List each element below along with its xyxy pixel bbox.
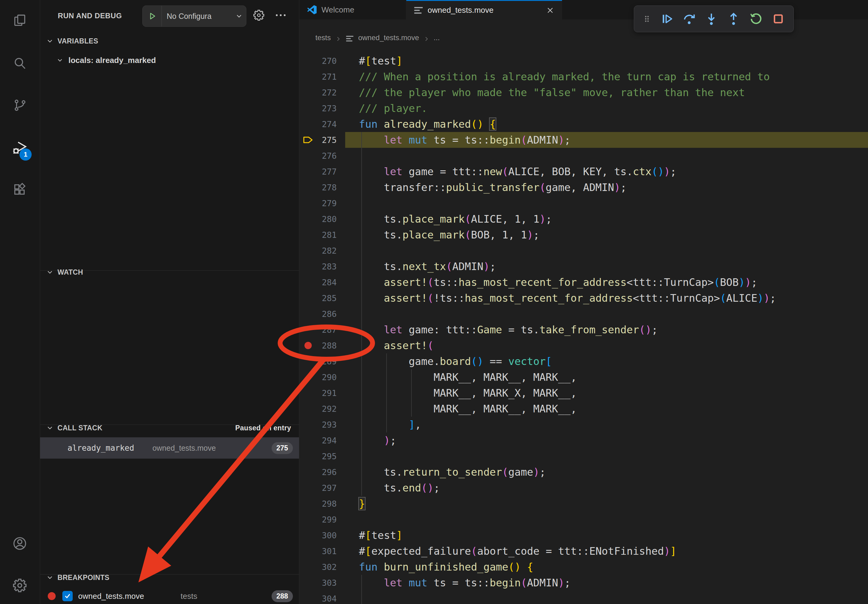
line-number[interactable]: 292	[317, 404, 337, 414]
gutter[interactable]	[299, 575, 317, 591]
gutter[interactable]	[299, 227, 317, 243]
breakpoint-dot-icon[interactable]	[299, 338, 317, 353]
variables-scope-locals[interactable]: locals: already_marked	[40, 52, 299, 68]
line-number[interactable]: 276	[317, 151, 337, 161]
debug-current-line-icon[interactable]	[299, 132, 317, 148]
gutter[interactable]	[299, 259, 317, 274]
gutter[interactable]	[299, 116, 317, 132]
gutter[interactable]	[299, 543, 317, 559]
debug-config-dropdown[interactable]: No Configura	[142, 5, 246, 27]
gutter[interactable]	[299, 290, 317, 306]
gutter[interactable]	[299, 480, 317, 496]
settings-gear-icon[interactable]	[0, 578, 40, 593]
section-breakpoints[interactable]: BREAKPOINTS	[40, 570, 299, 585]
gutter[interactable]	[299, 511, 317, 527]
gutter[interactable]	[299, 448, 317, 464]
gutter[interactable]	[299, 496, 317, 511]
line-number[interactable]: 284	[317, 278, 337, 287]
tab-welcome[interactable]: Welcome	[299, 0, 406, 19]
line-number[interactable]: 297	[317, 483, 337, 493]
debug-settings-gear-icon[interactable]	[253, 9, 265, 21]
restart-icon[interactable]	[749, 12, 763, 26]
line-number[interactable]: 291	[317, 389, 337, 398]
line-number[interactable]: 288	[317, 341, 337, 350]
gutter[interactable]	[299, 417, 317, 432]
step-into-icon[interactable]	[704, 12, 718, 26]
close-icon[interactable]	[546, 6, 554, 14]
line-number[interactable]: 286	[317, 309, 337, 319]
line-number[interactable]: 283	[317, 262, 337, 271]
breakpoint-list-item[interactable]: owned_tests.move tests 288	[40, 588, 299, 604]
line-number[interactable]: 277	[317, 167, 337, 177]
gutter[interactable]	[299, 195, 317, 211]
line-number[interactable]: 282	[317, 246, 337, 256]
line-number[interactable]: 295	[317, 452, 337, 461]
section-watch[interactable]: WATCH	[40, 265, 299, 279]
gutter[interactable]	[299, 69, 317, 85]
gutter[interactable]	[299, 353, 317, 369]
gutter[interactable]	[299, 148, 317, 164]
gutter[interactable]	[299, 432, 317, 448]
gutter[interactable]	[299, 369, 317, 385]
line-number[interactable]: 304	[317, 594, 337, 603]
line-number[interactable]: 287	[317, 325, 337, 335]
extensions-icon[interactable]	[0, 183, 40, 197]
section-call-stack[interactable]: CALL STACK Paused on entry	[40, 421, 299, 435]
section-variables[interactable]: VARIABLES	[40, 34, 299, 48]
line-number[interactable]: 293	[317, 420, 337, 429]
run-and-debug-icon[interactable]: 1	[0, 140, 40, 156]
line-number[interactable]: 285	[317, 293, 337, 303]
tab-owned-tests-move[interactable]: owned_tests.move	[406, 0, 562, 19]
gutter[interactable]	[299, 211, 317, 227]
breadcrumb-item[interactable]: owned_tests.move	[358, 34, 419, 42]
line-number[interactable]: 294	[317, 436, 337, 445]
line-number[interactable]: 301	[317, 547, 337, 556]
gutter[interactable]	[299, 164, 317, 180]
gutter[interactable]	[299, 322, 317, 338]
line-number[interactable]: 272	[317, 88, 337, 97]
line-number[interactable]: 278	[317, 183, 337, 192]
line-number[interactable]: 296	[317, 468, 337, 477]
line-number[interactable]: 270	[317, 56, 337, 66]
gutter[interactable]	[299, 464, 317, 480]
gutter[interactable]	[299, 101, 317, 116]
gutter[interactable]	[299, 527, 317, 543]
gutter[interactable]	[299, 180, 317, 195]
explorer-icon[interactable]	[0, 13, 40, 27]
gutter[interactable]	[299, 274, 317, 290]
search-icon[interactable]	[0, 57, 40, 71]
gutter[interactable]	[299, 306, 317, 322]
line-number[interactable]: 274	[317, 119, 337, 129]
line-number[interactable]: 302	[317, 562, 337, 572]
call-stack-frame[interactable]: already_marked owned_tests.move 275	[40, 437, 299, 458]
start-debug-icon[interactable]	[143, 12, 161, 21]
gutter[interactable]	[299, 559, 317, 575]
line-number[interactable]: 303	[317, 578, 337, 588]
more-actions-icon[interactable]	[274, 13, 287, 18]
line-number[interactable]: 281	[317, 230, 337, 240]
gutter[interactable]	[299, 401, 317, 417]
breadcrumb-item[interactable]: ...	[434, 34, 440, 42]
gutter[interactable]	[299, 243, 317, 259]
line-number[interactable]: 280	[317, 214, 337, 224]
line-number[interactable]: 290	[317, 373, 337, 382]
step-over-icon[interactable]	[682, 12, 696, 26]
line-number[interactable]: 299	[317, 515, 337, 524]
line-number[interactable]: 271	[317, 72, 337, 82]
continue-icon[interactable]	[660, 12, 674, 26]
breadcrumb-item[interactable]: tests	[315, 34, 331, 42]
line-number[interactable]: 300	[317, 531, 337, 540]
line-number[interactable]: 298	[317, 499, 337, 508]
breakpoint-checkbox[interactable]	[62, 591, 73, 601]
line-number[interactable]: 279	[317, 198, 337, 208]
step-out-icon[interactable]	[727, 12, 741, 26]
line-number[interactable]: 273	[317, 104, 337, 113]
account-icon[interactable]	[0, 536, 40, 551]
gutter[interactable]	[299, 591, 317, 604]
gutter[interactable]	[299, 85, 317, 101]
line-number[interactable]: 275	[317, 135, 337, 145]
gutter[interactable]	[299, 53, 317, 69]
stop-icon[interactable]	[771, 12, 785, 26]
gutter[interactable]	[299, 385, 317, 401]
line-number[interactable]: 289	[317, 357, 337, 366]
